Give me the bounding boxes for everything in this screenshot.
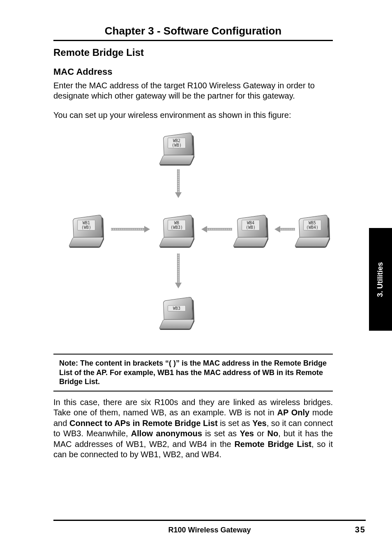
page-footer: R100 Wireless Gateway 35 (53, 520, 366, 534)
chapter-title: Chapter 3 - Software Configuration (53, 25, 333, 41)
device-wb: WB(WB3) (160, 212, 197, 249)
device-wb1-label-bottom: (WB) (78, 225, 95, 230)
body-text: is set as (218, 419, 253, 428)
body-text: or (254, 429, 267, 438)
section-heading: Remote Bridge List (53, 47, 333, 58)
body-paragraph: In this case, there are six R100s and th… (53, 397, 333, 461)
footer-title: R100 Wireless Gateway (78, 526, 341, 534)
body-bold-yes1: Yes (252, 419, 266, 428)
device-wb3: WB3 (160, 295, 197, 332)
device-wb-label-top: WB (168, 221, 185, 225)
arrow-wb5-to-wb4 (274, 227, 295, 232)
device-wb4: WB4(WB) (234, 212, 271, 249)
paragraph-intro-2: You can set up your wireless environment… (53, 110, 333, 120)
device-wb5-label-top: WB5 (304, 221, 321, 225)
device-wb5: WB5(WB4) (296, 212, 333, 249)
paragraph-intro-1: Enter the MAC address of the target R100… (53, 81, 333, 101)
device-wb4-label-bottom: (WB) (242, 225, 259, 230)
footer-page-number: 35 (341, 525, 366, 534)
arrow-wb-to-wb3 (176, 253, 181, 288)
body-bold-yes2: Yes (240, 429, 254, 438)
arrow-wb4-to-wb (201, 227, 232, 232)
device-wb-label-bottom: (WB3) (168, 225, 185, 230)
note-box: Note: The content in brackets “( )” is t… (53, 354, 333, 391)
device-wb2-label-bottom: (WB) (168, 143, 185, 147)
arrow-wb1-to-wb (111, 227, 150, 232)
body-bold-allow-anon: Allow anonymous (131, 429, 202, 438)
side-tab-label: 3. Utilities (376, 262, 385, 297)
device-wb2-label-top: WB2 (168, 138, 185, 143)
topology-figure: WB2(WB) WB1(WB) WB(WB3) (53, 130, 333, 344)
body-bold-no: No (267, 429, 278, 438)
body-bold-remote-bridge: Remote Bridge List (234, 440, 311, 449)
subsection-heading: MAC Address (53, 67, 333, 77)
arrow-wb2-to-wb (176, 169, 181, 198)
side-tab: 3. Utilities (369, 228, 392, 331)
device-wb1-label-top: WB1 (78, 221, 95, 225)
body-bold-ap-only: AP Only (277, 408, 309, 417)
device-wb1: WB1(WB) (70, 212, 107, 249)
device-wb5-label-bottom: (WB4) (304, 225, 321, 230)
device-wb4-label-top: WB4 (242, 221, 259, 225)
device-wb2: WB2(WB) (160, 130, 197, 167)
body-bold-connect: Connect to APs in Remote Bridge List (69, 419, 218, 428)
body-text: is set as (202, 429, 240, 438)
device-wb3-label-top: WB3 (168, 306, 185, 311)
